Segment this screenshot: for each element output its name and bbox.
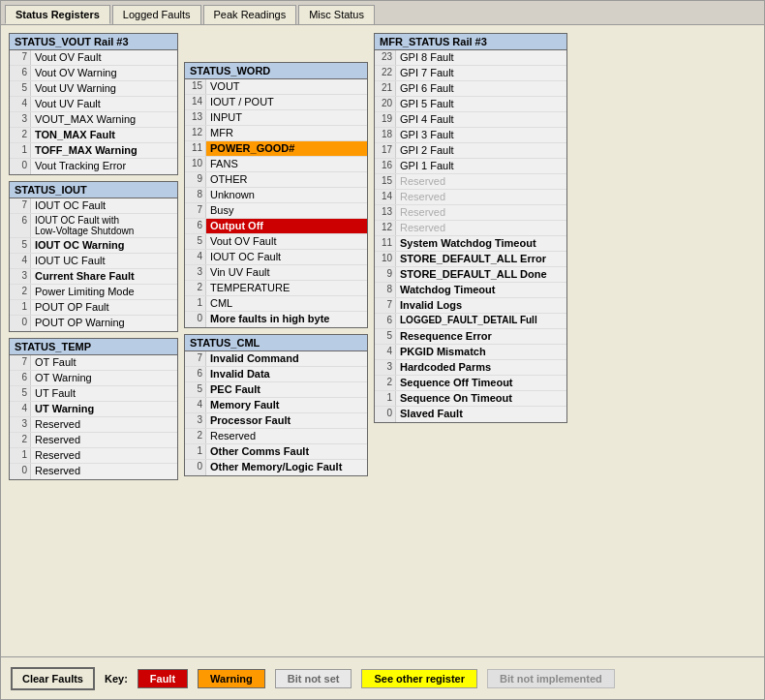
row-label: Vout UV Warning <box>31 81 177 96</box>
status-vout-box: STATUS_VOUT Rail #3 7 Vout OV Fault 6 Vo… <box>9 33 178 175</box>
row-num: 5 <box>10 386 31 401</box>
key-fault-item: Fault <box>138 669 188 688</box>
table-row: 14 Reserved <box>375 190 566 205</box>
row-label: Busy <box>206 203 367 218</box>
table-row: 2 TEMPERATURE <box>185 281 367 296</box>
row-label: IOUT OC Fault withLow-Voltage Shutdown <box>31 214 177 237</box>
row-num: 23 <box>375 50 396 65</box>
row-label: Processor Fault <box>206 413 367 428</box>
row-num: 4 <box>185 398 206 412</box>
row-label: Vout UV Fault <box>31 97 177 111</box>
key-fault-box: Fault <box>138 669 188 688</box>
row-label: CML <box>206 296 367 311</box>
row-label: Hardcoded Parms <box>396 360 566 375</box>
row-num: 11 <box>185 141 206 156</box>
row-num: 4 <box>185 250 206 264</box>
table-row: 5 IOUT OC Warning <box>10 238 177 254</box>
table-row: 0 Slaved Fault <box>375 407 566 422</box>
row-label: OTHER <box>206 172 367 187</box>
row-num: 15 <box>375 174 396 189</box>
table-row: 3 Reserved <box>10 417 177 433</box>
mfr-status-title: MFR_STATUS Rail #3 <box>375 34 566 50</box>
status-cml-box: STATUS_CML 7 Invalid Command 6 Invalid D… <box>184 334 368 476</box>
row-label: Output Off <box>206 219 367 233</box>
table-row: 2 Power Limiting Mode <box>10 285 177 300</box>
row-num: 2 <box>375 376 396 390</box>
table-row: 15 Reserved <box>375 174 566 190</box>
row-label: OT Warning <box>31 371 177 385</box>
row-num: 2 <box>10 285 31 299</box>
status-iout-title: STATUS_IOUT <box>10 182 177 198</box>
row-label: Power Limiting Mode <box>31 285 177 299</box>
row-label: Memory Fault <box>206 398 367 412</box>
table-row: 11 POWER_GOOD# <box>185 141 367 157</box>
row-num: 9 <box>375 267 396 282</box>
row-num: 6 <box>375 314 396 328</box>
table-row: 21 GPI 6 Fault <box>375 81 566 97</box>
table-row: 13 Reserved <box>375 205 566 221</box>
key-bit-not-set-item: Bit not set <box>275 669 352 688</box>
row-num: 0 <box>10 316 31 331</box>
row-label: Sequence On Timeout <box>396 391 566 406</box>
row-num: 17 <box>375 143 396 158</box>
table-row: 7 Vout OV Fault <box>10 50 177 66</box>
table-row: 22 GPI 7 Fault <box>375 66 566 81</box>
row-label: Current Share Fault <box>31 269 177 284</box>
key-warning-box: Warning <box>198 669 265 688</box>
tab-misc-status[interactable]: Misc Status <box>298 5 375 24</box>
table-row: 7 Invalid Command <box>185 351 367 367</box>
row-num: 6 <box>185 367 206 381</box>
tab-peak-readings[interactable]: Peak Readings <box>203 5 297 24</box>
row-num: 5 <box>375 329 396 344</box>
key-other-reg-box: See other register <box>361 669 477 688</box>
table-row: 7 Busy <box>185 203 367 219</box>
row-label: TEMPERATURE <box>206 281 367 295</box>
table-row: 1 POUT OP Fault <box>10 300 177 316</box>
row-num: 0 <box>375 407 396 422</box>
row-label: Invalid Logs <box>396 298 566 313</box>
row-label: TOFF_MAX Warning <box>31 143 177 158</box>
row-num: 7 <box>10 50 31 65</box>
row-num: 13 <box>185 110 206 125</box>
row-num: 0 <box>10 159 31 174</box>
tab-logged-faults[interactable]: Logged Faults <box>112 5 201 24</box>
table-row: 4 Vout UV Fault <box>10 97 177 112</box>
row-label: Reserved <box>396 190 566 204</box>
table-row: 5 UT Fault <box>10 386 177 402</box>
table-row: 11 System Watchdog Timeout <box>375 236 566 252</box>
row-num: 0 <box>185 460 206 475</box>
row-num: 6 <box>10 214 31 237</box>
table-row: 2 Sequence Off Timeout <box>375 376 566 391</box>
table-row: 6 Invalid Data <box>185 367 367 382</box>
status-iout-box: STATUS_IOUT 7 IOUT OC Fault 6 IOUT OC Fa… <box>9 181 178 332</box>
table-row: 6 OT Warning <box>10 371 177 386</box>
table-row: 8 Unknown <box>185 188 367 203</box>
table-row: 6 IOUT OC Fault withLow-Voltage Shutdown <box>10 214 177 238</box>
row-label: POUT OP Warning <box>31 316 177 331</box>
row-label: Reserved <box>31 433 177 447</box>
table-row: 3 Hardcoded Parms <box>375 360 566 376</box>
tab-status-registers[interactable]: Status Registers <box>5 5 110 24</box>
row-label: Other Comms Fault <box>206 444 367 459</box>
row-num: 3 <box>10 112 31 127</box>
right-column: MFR_STATUS Rail #3 23 GPI 8 Fault 22 GPI… <box>374 33 567 606</box>
table-row: 7 IOUT OC Fault <box>10 198 177 214</box>
row-num: 11 <box>375 236 396 251</box>
row-num: 12 <box>185 126 206 140</box>
table-row: 4 PKGID Mismatch <box>375 345 566 360</box>
row-label: IOUT OC Warning <box>31 238 177 253</box>
clear-faults-button[interactable]: Clear Faults <box>11 667 95 690</box>
table-row: 8 Watchdog Timeout <box>375 283 566 298</box>
table-row: 4 Memory Fault <box>185 398 367 413</box>
table-row: 3 Vin UV Fault <box>185 265 367 281</box>
table-row: 6 Vout OV Warning <box>10 66 177 81</box>
row-label: GPI 3 Fault <box>396 128 566 142</box>
row-label: LOGGED_FAULT_DETAIL Full <box>396 314 566 328</box>
row-label: GPI 1 Fault <box>396 159 566 173</box>
table-row: 6 Output Off <box>185 219 367 234</box>
table-row: 5 Vout OV Fault <box>185 234 367 250</box>
row-label: IOUT OC Fault <box>206 250 367 264</box>
table-row: 14 IOUT / POUT <box>185 95 367 110</box>
row-num: 0 <box>10 464 31 479</box>
middle-column: STATUS_WORD 15 VOUT 14 IOUT / POUT 13 IN… <box>184 62 368 606</box>
